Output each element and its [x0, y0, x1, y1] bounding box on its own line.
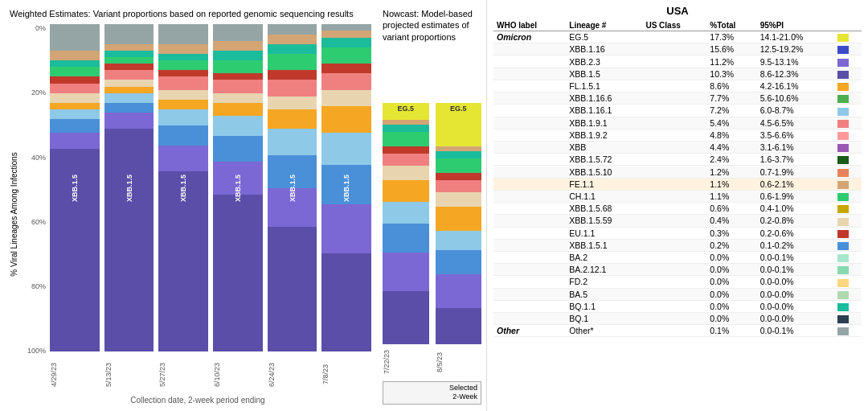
bar-segment [268, 44, 317, 54]
us-class-cell [642, 215, 706, 227]
color-swatch [837, 181, 849, 189]
y-tick: 60% [24, 218, 48, 226]
color-swatch [837, 193, 849, 201]
bar-segment [213, 195, 263, 351]
bar-col: XBB.1.5 [268, 24, 317, 351]
swatch-cell [834, 300, 862, 312]
pi-cell: 0.7-1.9% [757, 166, 834, 178]
bar-segment [213, 93, 263, 103]
pct-total-cell: 5.4% [706, 117, 756, 129]
lineage-cell: BQ.1 [566, 313, 642, 325]
color-swatch [837, 59, 849, 67]
nowcast-top-label: EG.5 [436, 103, 482, 113]
nowcast-segment [436, 173, 482, 180]
lineage-cell: XBB.1.9.2 [566, 129, 642, 141]
lineage-cell: BA.5 [566, 288, 642, 300]
swatch-cell [834, 190, 862, 202]
bar-col: XBB.1.5 [50, 24, 100, 351]
y-tick: 80% [24, 282, 48, 290]
pi-cell: 14.1-21.0% [757, 31, 834, 43]
bar-segment [321, 165, 371, 204]
pct-total-cell: 11.2% [706, 55, 756, 68]
bar-segment [158, 70, 208, 76]
x-axis-label: 5/13/23 [104, 356, 154, 393]
bar-segment [50, 24, 100, 51]
who-label-cell [493, 251, 566, 263]
bar-segment [321, 204, 371, 253]
who-label-cell [493, 288, 566, 300]
who-label-cell [493, 227, 566, 239]
pi-cell: 5.6-10.6% [757, 92, 834, 105]
nowcast-segment [436, 250, 482, 274]
table-row: FL.1.5.18.6%4.2-16.1% [493, 80, 862, 92]
color-swatch [837, 95, 849, 103]
nowcast-segment [383, 224, 429, 253]
table-row: BQ.1.10.0%0.0-0.0% [493, 300, 862, 312]
color-swatch [837, 132, 849, 140]
nowcast-segment [436, 192, 482, 207]
pi-cell: 0.0-0.0% [757, 288, 834, 300]
pct-total-cell: 10.3% [706, 68, 756, 80]
bar-segment [321, 38, 371, 47]
pi-cell: 0.2-0.6% [757, 227, 834, 239]
swatch-cell [834, 313, 862, 325]
bar-segment [213, 80, 263, 92]
x-axis-label: 6/10/23 [213, 356, 263, 393]
pct-total-cell: 0.0% [706, 313, 756, 325]
bar-segment [104, 57, 154, 64]
bar-segment [158, 90, 208, 100]
pi-cell: 0.0-0.1% [757, 325, 834, 337]
x-axis-label: 7/8/23 [321, 356, 371, 393]
table-row: XBB.1.16.67.7%5.6-10.6% [493, 92, 862, 105]
table-row: XBB.1.16.17.2%6.0-8.7% [493, 105, 862, 117]
bar-segment [213, 116, 263, 135]
lineage-cell: EG.5 [566, 31, 642, 43]
swatch-cell [834, 43, 862, 55]
swatch-cell [834, 154, 862, 166]
y-tick: 100% [24, 347, 48, 355]
table-row: XBB.1.9.15.4%4.5-6.5% [493, 117, 862, 129]
color-swatch [837, 169, 849, 177]
lineage-cell: XBB.1.16.6 [566, 92, 642, 105]
nowcast-title: Nowcast: Model-based projected estimates… [383, 8, 481, 43]
lineage-cell: XBB.1.5.10 [566, 166, 642, 178]
lineage-cell: CH.1.1 [566, 190, 642, 202]
bar-segment [268, 24, 317, 34]
bar-segment [104, 93, 154, 103]
pi-cell: 12.5-19.2% [757, 43, 834, 55]
lineage-cell: XBB.1.9.1 [566, 117, 642, 129]
pct-total-cell: 4.8% [706, 129, 756, 141]
us-class-cell [642, 92, 706, 105]
us-class-cell [642, 31, 706, 43]
color-swatch [837, 144, 849, 152]
bar-segment [268, 227, 317, 351]
pi-cell: 4.5-6.5% [757, 117, 834, 129]
bar-segment [213, 24, 263, 40]
bar-segment [321, 106, 371, 133]
who-label-cell [493, 92, 566, 105]
swatch-cell [834, 31, 862, 43]
nowcast-segment [436, 308, 482, 344]
chart-title-sub: Variant proportions based on reported ge… [93, 9, 354, 18]
us-class-cell [642, 190, 706, 202]
us-class-cell [642, 300, 706, 312]
who-label-cell [493, 239, 566, 251]
bar-segment [321, 64, 371, 73]
col-pi: 95%PI [757, 20, 834, 31]
nowcast-segment [383, 154, 429, 166]
swatch-cell [834, 276, 862, 288]
who-label-cell [493, 43, 566, 55]
bar-segment [158, 54, 208, 60]
y-axis-label: % Viral Lineages Among Infections [10, 24, 24, 405]
pct-total-cell: 0.6% [706, 203, 756, 215]
swatch-cell [834, 264, 862, 276]
who-label-cell [493, 300, 566, 312]
bar-segment [104, 24, 154, 43]
pct-total-cell: 1.1% [706, 190, 756, 202]
bar-segment [268, 155, 317, 188]
us-class-cell [642, 68, 706, 80]
bar-segment [158, 146, 208, 172]
pct-total-cell: 2.4% [706, 154, 756, 166]
color-swatch [837, 242, 849, 250]
col-lineage: Lineage # [566, 20, 642, 31]
